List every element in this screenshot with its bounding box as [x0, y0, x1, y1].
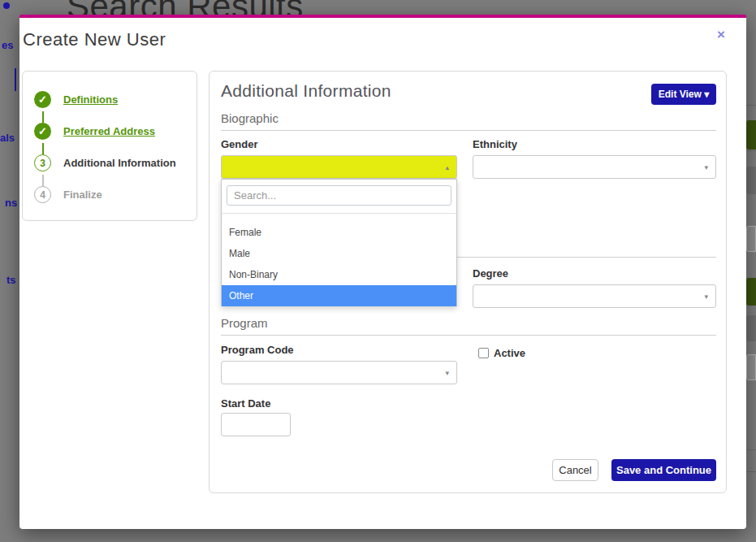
- active-checkbox[interactable]: [478, 348, 489, 358]
- additional-information-panel: Additional Information Edit View ▾ Biogr…: [209, 71, 727, 493]
- clipped-input-border: [15, 68, 16, 91]
- dropdown-search-input[interactable]: [227, 185, 451, 206]
- step-additional-information: 3 Additional Information: [34, 154, 176, 171]
- clipped-nav-link: als: [0, 132, 15, 144]
- step-definitions[interactable]: ✓ Definitions: [34, 91, 118, 108]
- logo-dot: [3, 2, 10, 9]
- step-connector: [42, 111, 44, 123]
- ethnicity-label: Ethnicity: [473, 138, 517, 150]
- gender-option-non-binary[interactable]: Non-Binary: [222, 264, 456, 285]
- gender-label: Gender: [221, 138, 258, 150]
- section-title-biographic: Biographic: [221, 111, 279, 125]
- caret-down-icon: ▾: [704, 293, 708, 301]
- step-number: 3: [34, 154, 51, 171]
- edit-view-button[interactable]: Edit View ▾: [651, 84, 716, 105]
- gender-select[interactable]: ▴: [221, 155, 457, 179]
- caret-down-icon: ▾: [704, 163, 708, 171]
- start-date-label: Start Date: [221, 397, 270, 410]
- program-code-select[interactable]: ▾: [221, 361, 457, 384]
- caret-down-icon: ▾: [445, 369, 449, 377]
- clipped-table-divider: [746, 105, 756, 106]
- step-connector: [42, 143, 44, 154]
- step-preferred-address[interactable]: ✓ Preferred Address: [34, 123, 155, 140]
- close-icon[interactable]: ×: [717, 28, 725, 41]
- section-divider: [221, 130, 716, 131]
- step-label: Finalize: [63, 189, 102, 201]
- gender-option-male[interactable]: Male: [222, 243, 456, 264]
- clipped-table-divider: [746, 471, 756, 472]
- check-icon: ✓: [34, 91, 51, 108]
- gender-dropdown-panel: Female Male Non-Binary Other: [221, 179, 457, 306]
- program-code-label: Program Code: [221, 344, 294, 356]
- clipped-nav-link: ts: [6, 274, 16, 286]
- clipped-gray-button: [746, 315, 756, 341]
- clipped-outline-button: [746, 226, 756, 252]
- clipped-table-divider: [746, 449, 756, 450]
- section-title-program: Program: [221, 316, 268, 330]
- step-label[interactable]: Definitions: [63, 93, 118, 106]
- modal-title: Create New User: [23, 29, 166, 50]
- active-label: Active: [494, 347, 525, 359]
- step-connector: [42, 175, 44, 186]
- step-label[interactable]: Preferred Address: [63, 125, 155, 137]
- panel-heading: Additional Information: [221, 81, 391, 101]
- clipped-nav-link: ns: [5, 197, 17, 209]
- degree-label: Degree: [473, 267, 508, 280]
- gender-option-female[interactable]: Female: [222, 222, 456, 243]
- clipped-nav-link: es: [2, 39, 13, 51]
- section-divider: [221, 335, 716, 336]
- clipped-green-button: [746, 120, 756, 150]
- step-finalize: 4 Finalize: [34, 186, 102, 203]
- step-number: 4: [34, 186, 51, 203]
- ethnicity-select[interactable]: ▾: [473, 155, 716, 179]
- check-icon: ✓: [34, 123, 51, 140]
- cancel-button[interactable]: Cancel: [552, 459, 598, 481]
- create-new-user-modal: Create New User × ✓ Definitions ✓ Prefer…: [19, 15, 746, 529]
- clipped-outline-button: [746, 354, 756, 380]
- clipped-table-divider: [746, 150, 756, 151]
- clipped-gray-button: [746, 167, 756, 194]
- clipped-green-button: [746, 278, 756, 306]
- start-date-input[interactable]: [221, 413, 291, 436]
- caret-up-icon: ▴: [445, 163, 449, 171]
- gender-option-list: Female Male Non-Binary Other: [222, 222, 456, 306]
- wizard-stepper: ✓ Definitions ✓ Preferred Address 3 Addi…: [22, 71, 197, 221]
- gender-option-other[interactable]: Other: [222, 285, 456, 306]
- dropdown-divider: [222, 213, 456, 214]
- degree-select[interactable]: ▾: [473, 284, 716, 308]
- step-label: Additional Information: [63, 157, 176, 169]
- save-and-continue-button[interactable]: Save and Continue: [611, 459, 716, 481]
